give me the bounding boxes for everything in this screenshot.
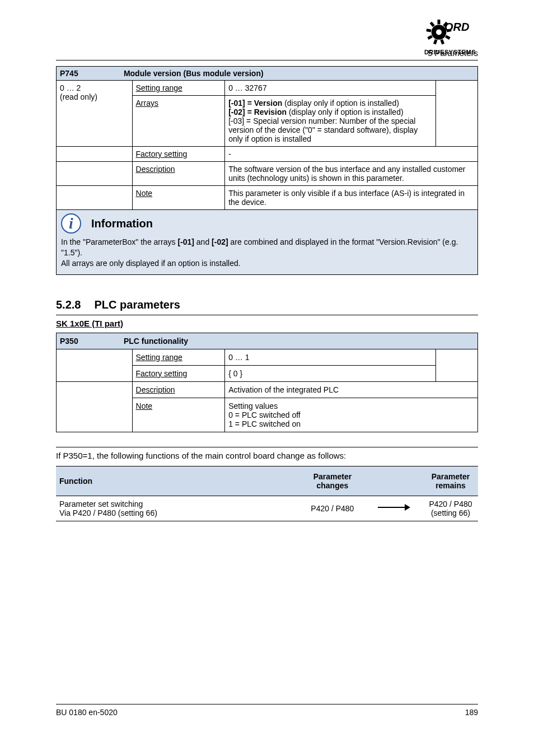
- col-param-changes: Parameter changes: [301, 466, 364, 496]
- table-head: P745 Module version (Bus module version): [57, 67, 478, 81]
- svg-rect-0: [438, 20, 441, 24]
- changes-cell: P420 / P480: [301, 496, 364, 521]
- value-factory: -: [225, 147, 478, 162]
- svg-rect-7: [426, 29, 431, 32]
- info-header: i Information: [57, 210, 477, 237]
- value-setting-range: 0 … 1: [225, 349, 436, 365]
- array-index: 0 … 2: [60, 83, 129, 92]
- label-note: Note: [132, 398, 225, 432]
- note-content: Setting values 0 = PLC switched off 1 = …: [225, 398, 478, 432]
- label-description: Description: [132, 381, 225, 398]
- section-title: PLC parameters: [94, 298, 180, 311]
- param-title: PLC functionality: [124, 337, 188, 346]
- value-factory: { 0 }: [225, 365, 436, 381]
- read-only-note: (read only): [60, 92, 129, 101]
- label-factory: Factory setting: [132, 147, 225, 162]
- svg-rect-6: [427, 35, 433, 39]
- param-code: P745: [60, 69, 121, 78]
- param-code: P350: [60, 337, 121, 346]
- svg-rect-4: [440, 39, 444, 45]
- label-arrays: Arrays: [132, 96, 225, 147]
- label-description: Description: [132, 162, 225, 186]
- param-table-p350: P350 PLC functionality Setting range 0 ……: [56, 333, 478, 432]
- value-note: This parameter is only visible if a bus …: [225, 186, 478, 210]
- table-row: Parameter set switching Via P420 / P480 …: [56, 496, 478, 521]
- svg-text:ORD: ORD: [444, 21, 469, 33]
- svg-rect-5: [433, 39, 438, 45]
- spacer-cell: [435, 81, 477, 147]
- spacer: [57, 147, 133, 162]
- arrays-content: [-01] = Version (display only if option …: [225, 96, 436, 147]
- arrow-cell: [364, 496, 423, 521]
- section-subtitle: SK 1x0E (TI part): [56, 319, 478, 328]
- label-note: Note: [132, 186, 225, 210]
- table-head: P350 PLC functionality: [57, 333, 478, 349]
- remains-cell: P420 / P480 (setting 66): [423, 496, 478, 521]
- func-caption: If P350=1, the following functions of th…: [56, 447, 478, 460]
- spacer: [57, 381, 133, 432]
- spacer: [435, 349, 477, 381]
- svg-rect-8: [430, 22, 435, 27]
- nord-gear-logo: ORD: [422, 17, 478, 48]
- param-table-p745: P745 Module version (Bus module version)…: [56, 66, 478, 275]
- page-section-title: 5 Parameters: [56, 48, 478, 60]
- func-cell: Parameter set switching Via P420 / P480 …: [56, 496, 301, 521]
- value-setting-range: 0 … 32767: [225, 81, 436, 96]
- section-number: 5.2.8: [56, 298, 81, 311]
- value-description: The software version of the bus interfac…: [225, 162, 478, 186]
- info-icon: i: [61, 213, 81, 234]
- info-label: Information: [91, 217, 153, 230]
- spacer: [364, 466, 423, 496]
- label-setting-range: Setting range: [132, 81, 225, 96]
- spacer: [57, 349, 133, 381]
- info-text: In the "ParameterBox" the arrays [-01] a…: [57, 237, 477, 274]
- page-footer: BU 0180 en-5020 189: [56, 704, 478, 717]
- col-param-remains: Parameter remains: [423, 466, 478, 496]
- array-index-cell: 0 … 2 (read only): [57, 81, 133, 147]
- col-function: Function: [56, 466, 301, 496]
- arrow-right-icon: [377, 502, 410, 513]
- param-title: Module version (Bus module version): [124, 69, 264, 78]
- spacer: [57, 162, 133, 186]
- logo-subtitle: DRIVESYSTEMS: [422, 49, 478, 55]
- function-change-table: Function Parameter changes Parameter rem…: [56, 466, 478, 521]
- svg-rect-3: [445, 35, 451, 39]
- logo: ORD DRIVESYSTEMS: [422, 17, 478, 55]
- label-setting-range: Setting range: [132, 349, 225, 365]
- spacer: [57, 186, 133, 210]
- footer-doc-id: BU 0180 en-5020: [56, 708, 118, 717]
- svg-marker-11: [405, 504, 410, 511]
- value-description: Activation of the integrated PLC: [225, 381, 478, 398]
- footer-page-number: 189: [465, 708, 478, 717]
- section-heading: 5.2.8PLC parameters: [56, 298, 478, 311]
- label-factory: Factory setting: [132, 365, 225, 381]
